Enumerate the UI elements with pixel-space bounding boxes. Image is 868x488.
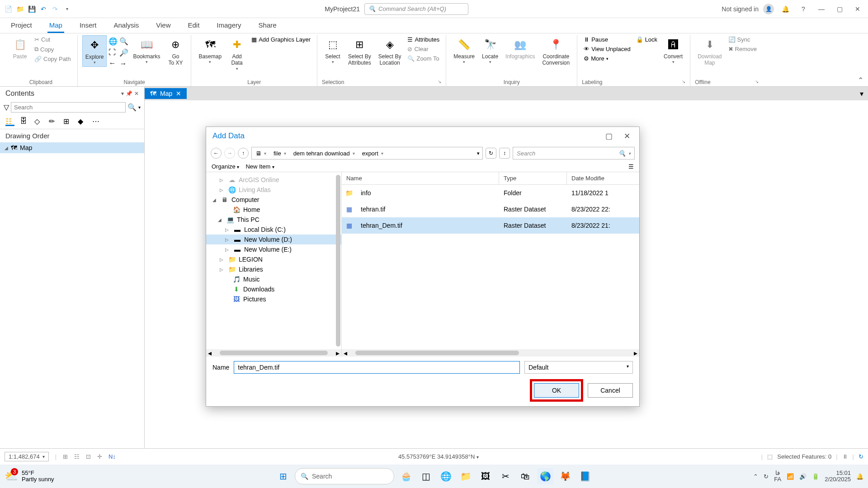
labeling-launcher[interactable]: ↘ [682,79,685,85]
list-row[interactable]: ▦ tehran_Dem.tif Raster Dataset 8/23/202… [342,217,639,234]
tree-legion[interactable]: ▷📁LEGION [206,254,341,264]
map-tree-item[interactable]: ◢ 🗺 Map [0,142,144,153]
tree-livingatlas[interactable]: ▷🌐Living Atlas [206,185,341,195]
snapping-icon[interactable]: ⊞ [63,117,72,126]
contents-search-input[interactable] [11,102,126,113]
view-mode-icon[interactable]: ☰ [628,163,634,170]
col-date[interactable]: Date Modifie [567,172,639,184]
selection-launcher[interactable]: ↘ [438,79,441,85]
tree-libraries[interactable]: ▷📁Libraries [206,264,341,274]
maptab-menu-icon[interactable]: ▾ [860,89,868,98]
sb-table-icon[interactable]: ☷ [74,453,80,460]
selection-icon[interactable]: ◇ [34,117,43,126]
newitem-button[interactable]: New Item ▾ [245,163,274,170]
nav-up-icon[interactable]: ↑ [238,148,249,159]
tb-app1[interactable]: 🖼 [477,468,494,484]
notifications-icon[interactable]: 🔔 [856,473,863,480]
map-tab[interactable]: 🗺 Map ✕ [145,88,187,99]
next-extent-icon[interactable]: → [119,60,128,68]
tab-share[interactable]: Share [257,19,278,33]
editing-icon[interactable]: ✏ [49,117,58,126]
selectbyloc-button[interactable]: ◈Select By Location [376,35,404,68]
sb-snap-icon[interactable]: ⊡ [86,453,91,460]
pause-button[interactable]: ⏸Pause [582,35,632,44]
zoom-sel-icon[interactable]: ⛶ [108,48,118,56]
tray-chevron-icon[interactable]: ⌃ [753,473,758,480]
wifi-icon[interactable]: 📶 [787,473,794,480]
notifications-icon[interactable]: 🔔 [778,3,792,15]
copy-button[interactable]: ⧉Copy [33,45,73,54]
sb-pause-icon[interactable]: ⏸ [842,453,848,460]
gotoxy-button[interactable]: ⊕ Go To XY [165,35,186,68]
save-icon[interactable]: 💾 [27,5,36,14]
remove-button[interactable]: ✖Remove [726,45,759,53]
dialog-search[interactable]: Search 🔍 ▾ [513,147,635,160]
filter-select[interactable]: Default▾ [524,361,633,374]
basemap-button[interactable]: 🗺 Basemap ▾ [196,35,224,66]
list-row[interactable]: ▦ tehran.tif Raster Dataset 8/23/2022 22… [342,201,639,217]
sb-refresh-icon[interactable]: ↻ [859,453,863,460]
name-input[interactable] [234,361,520,374]
search-dd-icon[interactable]: ▾ [138,105,141,110]
viewunplaced-button[interactable]: 👁View Unplaced [582,45,632,53]
tab-imagery[interactable]: Imagery [215,19,243,33]
prev-extent-icon[interactable]: ← [108,59,118,67]
tab-view[interactable]: View [154,19,172,33]
tab-insert[interactable]: Insert [78,19,99,33]
contents-close-icon[interactable]: ✕ [134,90,139,97]
filter-icon[interactable]: ▽ [4,103,9,112]
tree-scrollbar[interactable] [336,175,340,347]
command-search[interactable]: 🔍 Command Search (Alt+Q) [364,3,468,15]
bc-dropdown-icon[interactable]: ▾ [474,150,482,156]
sb-constraints-icon[interactable]: ✛ [97,453,102,460]
paste-button[interactable]: 📋 Paste [9,35,31,61]
tree-downloads[interactable]: ⬇Downloads [206,284,341,294]
tab-edit[interactable]: Edit [186,19,202,33]
sync-button[interactable]: 🔄Sync [726,35,759,44]
labeling-icon[interactable]: ◆ [78,117,87,126]
tree-computer[interactable]: ◢🖥Computer [206,195,341,205]
tray-onedrive-icon[interactable]: ↻ [764,473,769,480]
tree-ddrive[interactable]: ▷▬New Volume (D:) [206,235,341,244]
maximize-icon[interactable]: ▢ [833,3,846,15]
copypath-button[interactable]: 🔗Copy Path [33,55,73,63]
lock-button[interactable]: 🔒Lock [634,35,659,44]
tb-firefox[interactable]: 🦊 [557,468,573,484]
zoomto-button[interactable]: 🔍Zoom To [406,54,441,63]
tab-analysis[interactable]: Analysis [112,19,141,33]
coord-button[interactable]: 📍Coordinate Conversion [539,35,572,68]
signin-label[interactable]: Not signed in [722,5,759,13]
sort-icon[interactable]: ↕ [499,148,510,159]
qat-dropdown-icon[interactable]: ▾ [62,5,71,14]
attributes-button[interactable]: ☰Attributes [406,35,441,44]
explore-button[interactable]: ✥ Explore ▾ [82,35,107,67]
zoom-full-icon[interactable]: 🌐 [108,37,118,46]
start-button[interactable]: ⊞ [275,468,291,484]
bookmarks-button[interactable]: 📖 Bookmarks ▾ [130,35,163,66]
selectbyattr-button[interactable]: ⊞Select By Attributes [345,35,374,68]
tree-pictures[interactable]: 🖼Pictures [206,294,341,304]
list-row[interactable]: 📁 info Folder 11/18/2022 1 [342,185,639,201]
tab-project[interactable]: Project [9,19,34,33]
more-button[interactable]: ⚙More▾ [582,54,632,63]
avatar[interactable]: 👤 [763,4,774,14]
tree-cdrive[interactable]: ▷▬Local Disk (C:) [206,225,341,235]
collapse-ribbon-icon[interactable]: ⌃ [858,76,863,84]
tb-arcgis[interactable]: 🌎 [537,468,553,484]
lang-switch[interactable]: فا FA [774,470,781,483]
addgraphics-button[interactable]: ▦Add Graphics Layer [250,35,312,44]
tb-snip[interactable]: ✂ [497,468,514,484]
datasource-icon[interactable]: 🗄 [20,117,29,126]
tree-thispc[interactable]: ◢💻This PC [206,215,341,225]
redo-icon[interactable]: ↷ [51,5,60,14]
offline-launcher[interactable]: ↘ [755,79,759,85]
measure-button[interactable]: 📏Measure▾ [451,35,477,66]
undo-icon[interactable]: ↶ [39,5,48,14]
tree-music[interactable]: 🎵Music [206,274,341,284]
cancel-button[interactable]: Cancel [588,383,633,398]
clock[interactable]: 15:01 2/20/2025 [825,470,851,483]
taskbar-search[interactable]: 🔍Search [295,468,394,484]
ok-button[interactable]: OK [534,383,579,398]
battery-icon[interactable]: 🔋 [812,473,819,480]
more-icon[interactable]: ⋯ [92,117,101,126]
